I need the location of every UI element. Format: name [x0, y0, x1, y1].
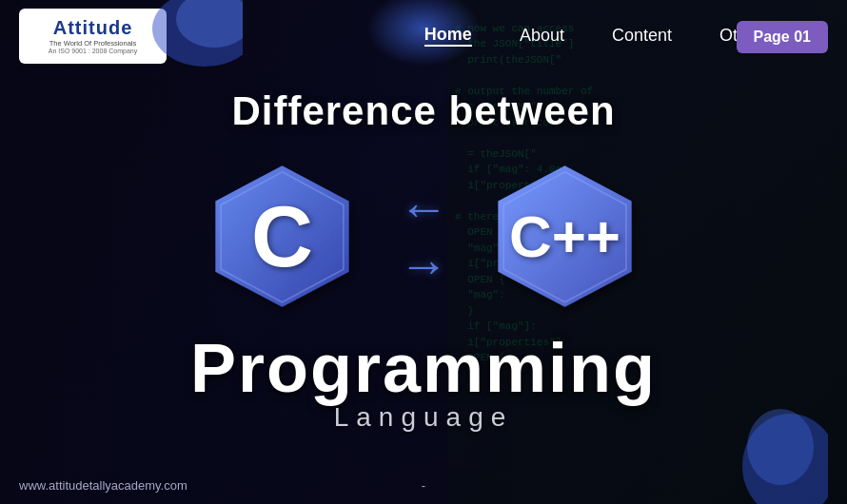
logo-subtitle: The World Of Professionals [49, 39, 137, 48]
arrow-right-icon: → [399, 241, 448, 290]
logo-title: Attitude [53, 17, 133, 39]
cpp-letter: C++ [509, 207, 620, 266]
footer-separator: - [422, 478, 425, 493]
footer-url: www.attitudetallyacademy.com [19, 478, 187, 493]
cpp-logo: C++ [486, 158, 643, 315]
logo-iso: An ISO 9001 : 2008 Company [49, 48, 137, 54]
arrow-left-icon: ← [399, 184, 448, 233]
language-label: Language [334, 402, 514, 433]
page-badge: Page 01 [737, 21, 828, 53]
programming-label: Programming [190, 329, 657, 407]
c-logo: C [204, 158, 361, 315]
logo[interactable]: Attitude The World Of Professionals An I… [19, 9, 167, 64]
nav-home[interactable]: Home [424, 25, 472, 47]
headline: Difference between [231, 88, 615, 134]
c-letter: C [251, 194, 313, 280]
arrows: ← → [399, 184, 448, 290]
nav-links: Home About Content Others [424, 25, 771, 47]
navbar: Attitude The World Of Professionals An I… [0, 0, 847, 71]
logos-row: C ← → C++ [204, 158, 643, 315]
nav-about[interactable]: About [520, 26, 564, 46]
main-content: Difference between C ← [0, 71, 847, 504]
svg-point-1 [176, 0, 243, 48]
nav-content[interactable]: Content [612, 26, 672, 46]
